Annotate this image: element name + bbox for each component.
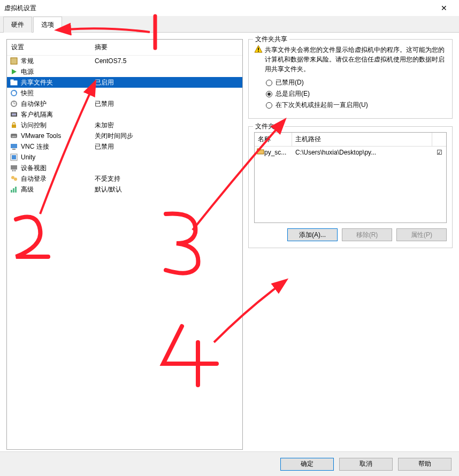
close-icon[interactable]: ✕ — [433, 4, 455, 12]
settings-row-name: VMware Tools — [21, 132, 95, 140]
device-view-icon — [9, 164, 19, 172]
settings-row-vmware-tools[interactable]: vmVMware Tools关闭时间同步 — [7, 130, 242, 141]
settings-row-summary: 已启用 — [95, 78, 240, 87]
settings-row-summary: 默认/默认 — [95, 185, 240, 194]
settings-row-name: Unity — [21, 153, 95, 161]
snapshot-icon — [9, 89, 19, 97]
col-summary[interactable]: 摘要 — [95, 43, 240, 52]
tab-hardware[interactable]: 硬件 — [3, 17, 32, 33]
svg-rect-23 — [13, 188, 14, 193]
radio-always-enabled[interactable]: 总是启用(E) — [266, 89, 447, 98]
svg-point-21 — [14, 178, 17, 181]
folder-buttons: 添加(A)... 移除(R) 属性(P) — [254, 228, 447, 241]
svg-rect-0 — [11, 58, 17, 64]
titlebar: 虚拟机设置 ✕ — [0, 0, 459, 16]
folder-enabled-checkbox[interactable]: ☑ — [432, 149, 446, 156]
folder-name: py_sc... — [264, 149, 292, 156]
settings-row-summary: 未加密 — [95, 121, 240, 130]
folders-group-title: 文件夹(F) — [253, 122, 285, 131]
details-panel: 文件夹共享 共享文件夹会将您的文件显示给虚拟机中的程序。这可能为您的计算机和数据… — [248, 39, 453, 450]
svg-rect-3 — [11, 80, 13, 81]
settings-row-power[interactable]: 电源 — [7, 66, 242, 77]
help-button[interactable]: 帮助 — [398, 458, 452, 471]
radio-dot-icon — [266, 102, 272, 109]
settings-row-summary: CentOS7.5 — [95, 57, 240, 65]
warning-row: 共享文件夹会将您的文件显示给虚拟机中的程序。这可能为您的计算机和数据带来风险。请… — [254, 45, 447, 74]
dialog-buttons: 确定 取消 帮助 — [0, 451, 459, 476]
settings-row-summary: 关闭时间同步 — [95, 132, 240, 141]
radio-until-shutdown[interactable]: 在下次关机或挂起前一直启用(U) — [266, 101, 447, 110]
settings-row-guest-isolation[interactable]: 客户机隔离 — [7, 109, 242, 120]
radio-dot-icon — [266, 80, 272, 86]
folders-list-header: 名称 主机路径 — [255, 133, 446, 147]
settings-row-name: 电源 — [21, 67, 95, 76]
remove-button[interactable]: 移除(R) — [342, 228, 392, 241]
folder-icon — [255, 148, 264, 157]
svg-rect-17 — [11, 165, 17, 170]
folder-sharing-title: 文件夹共享 — [253, 35, 289, 44]
window-title: 虚拟机设置 — [4, 4, 433, 13]
settings-row-name: 高级 — [21, 185, 95, 194]
vnc-icon — [9, 142, 19, 151]
settings-row-autologin[interactable]: 自动登录不受支持 — [7, 173, 242, 184]
add-button[interactable]: 添加(A)... — [287, 228, 338, 241]
settings-row-advanced[interactable]: 高级默认/默认 — [7, 184, 242, 195]
folders-col-enabled — [432, 133, 446, 146]
settings-row-summary: 已禁用 — [95, 99, 240, 109]
svg-point-18 — [12, 170, 14, 172]
radio-disabled-label: 已禁用(D) — [276, 78, 304, 87]
ok-button[interactable]: 确定 — [280, 458, 334, 471]
svg-rect-22 — [11, 190, 12, 193]
svg-rect-13 — [11, 144, 17, 148]
access-control-icon — [9, 121, 19, 129]
settings-row-name: 设备视图 — [21, 164, 95, 173]
svg-rect-14 — [12, 149, 16, 150]
svg-point-20 — [11, 176, 14, 179]
content-area: 设置 摘要 常规CentOS7.5电源共享文件夹已启用快照自动保护已禁用客户机隔… — [0, 33, 459, 456]
settings-row-unity[interactable]: Unity — [7, 152, 242, 163]
folders-col-name[interactable]: 名称 — [255, 133, 292, 146]
folders-col-hostpath[interactable]: 主机路径 — [292, 133, 432, 146]
svg-rect-26 — [258, 48, 259, 50]
svg-point-19 — [14, 170, 16, 172]
warning-text: 共享文件夹会将您的文件显示给虚拟机中的程序。这可能为您的计算机和数据带来风险。请… — [265, 45, 447, 74]
settings-row-summary: 不受支持 — [95, 174, 240, 183]
settings-row-snapshot[interactable]: 快照 — [7, 88, 242, 98]
folder-row[interactable]: py_sc...C:\Users\huxia\Desktop\py...☑ — [255, 147, 446, 158]
settings-list[interactable]: 常规CentOS7.5电源共享文件夹已启用快照自动保护已禁用客户机隔离访问控制未… — [7, 56, 242, 449]
svg-rect-10 — [12, 125, 16, 128]
folders-list-body[interactable]: py_sc...C:\Users\huxia\Desktop\py...☑ — [255, 147, 446, 222]
folder-path: C:\Users\huxia\Desktop\py... — [292, 149, 432, 156]
settings-row-name: VNC 连接 — [21, 142, 95, 151]
settings-row-name: 自动登录 — [21, 174, 95, 183]
vmware-tools-icon: vm — [9, 132, 19, 140]
settings-panel: 设置 摘要 常规CentOS7.5电源共享文件夹已启用快照自动保护已禁用客户机隔… — [6, 39, 243, 450]
settings-row-name: 客户机隔离 — [21, 110, 95, 119]
svg-marker-1 — [12, 69, 17, 74]
autologin-icon — [9, 174, 19, 183]
unity-icon — [9, 153, 19, 162]
settings-row-access-control[interactable]: 访问控制未加密 — [7, 120, 242, 130]
settings-column-headers: 设置 摘要 — [7, 40, 242, 56]
shared-folder-icon — [9, 78, 19, 87]
settings-row-autoprotect[interactable]: 自动保护已禁用 — [7, 98, 242, 109]
settings-row-name: 自动保护 — [21, 99, 95, 109]
tab-options[interactable]: 选项 — [33, 17, 62, 33]
tab-bar: 硬件 选项 — [0, 16, 459, 33]
svg-text:vm: vm — [12, 135, 16, 138]
settings-row-general[interactable]: 常规CentOS7.5 — [7, 56, 242, 66]
cancel-button[interactable]: 取消 — [339, 458, 393, 471]
radio-always-label: 总是启用(E) — [276, 89, 310, 98]
autoprotect-icon — [9, 99, 19, 108]
radio-disabled[interactable]: 已禁用(D) — [266, 78, 447, 87]
general-icon — [9, 57, 19, 65]
properties-button[interactable]: 属性(P) — [396, 228, 447, 241]
svg-rect-29 — [257, 149, 260, 150]
svg-rect-9 — [12, 113, 16, 116]
advanced-icon — [9, 185, 19, 194]
col-setting[interactable]: 设置 — [9, 43, 95, 52]
settings-row-shared-folder[interactable]: 共享文件夹已启用 — [7, 77, 242, 88]
settings-row-device-view[interactable]: 设备视图 — [7, 163, 242, 173]
settings-row-vnc[interactable]: VNC 连接已禁用 — [7, 141, 242, 152]
folders-list[interactable]: 名称 主机路径 py_sc...C:\Users\huxia\Desktop\p… — [254, 132, 447, 223]
